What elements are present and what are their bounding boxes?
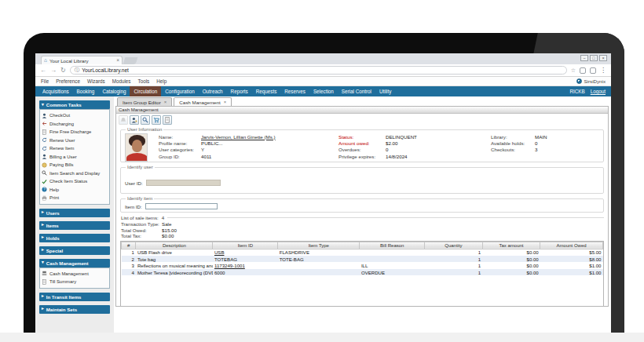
- cell-bill-reason: [360, 256, 425, 263]
- sidebar-item-renew-item[interactable]: Renew Item: [40, 144, 109, 153]
- chevron-right-icon: ▸: [42, 294, 44, 299]
- cell-description: Reflections on musical meaning and its r…: [136, 262, 213, 269]
- cell-item-id-link[interactable]: TOTEBAG: [213, 256, 278, 263]
- browser-action-icon[interactable]: [580, 67, 586, 74]
- sidebar-item-cash-management[interactable]: Cash Management: [40, 270, 109, 278]
- restore-button[interactable]: □: [590, 55, 598, 61]
- cell-item-id-link[interactable]: 1173249-1001: [213, 262, 278, 269]
- nav-item-circulation[interactable]: Circulation: [130, 86, 161, 96]
- app-menu-preference[interactable]: Preference: [56, 78, 80, 84]
- sidebar-item-renew-user[interactable]: Renew User: [40, 136, 109, 145]
- app-menu-file[interactable]: File: [41, 78, 49, 84]
- address-bar[interactable]: ⓘ YourLocalLibrary.net: [70, 66, 567, 75]
- close-button[interactable]: ×: [599, 55, 607, 61]
- new-tab-button[interactable]: [123, 57, 138, 64]
- column-header-amount-owed[interactable]: Amount Owed: [540, 242, 603, 249]
- nav-item-reports[interactable]: Reports: [227, 86, 252, 96]
- nav-item-reserves[interactable]: Reserves: [280, 86, 309, 96]
- sidebar-section-items[interactable]: ▸Items: [39, 221, 110, 230]
- column-header-num[interactable]: #: [122, 242, 136, 249]
- column-header-item-type[interactable]: Item Type: [278, 242, 360, 249]
- receipt-icon: [164, 117, 170, 123]
- logged-in-user: RICKB: [569, 89, 584, 94]
- sidebar-item-check-item-status[interactable]: Check Item Status: [40, 177, 109, 186]
- nav-item-cataloging[interactable]: Cataloging: [98, 86, 130, 96]
- minimize-button[interactable]: −: [580, 55, 588, 61]
- browser-tab[interactable]: ⌂ Your Local Library ×: [41, 56, 123, 64]
- nav-item-outreach[interactable]: Outreach: [199, 86, 227, 96]
- app-menu-help[interactable]: Help: [156, 78, 166, 84]
- tab-close-icon[interactable]: ×: [224, 100, 227, 104]
- column-header-tax-amount[interactable]: Tax amount: [482, 242, 540, 249]
- app-menu-tools[interactable]: Tools: [138, 78, 150, 84]
- user-key-button[interactable]: [130, 115, 139, 125]
- column-header-quantity[interactable]: Quantity: [425, 242, 483, 249]
- column-header-item-id[interactable]: Item ID: [213, 242, 278, 249]
- back-icon[interactable]: ←: [40, 67, 46, 74]
- table-row[interactable]: 4Mother Teresa [videorecording (DVD)] : …: [122, 269, 603, 276]
- field-value: 4011: [201, 154, 327, 159]
- tab-close-icon[interactable]: ×: [164, 100, 167, 104]
- user-icon: [42, 113, 47, 118]
- sidebar-section-cash-management[interactable]: ▾Cash Management: [39, 259, 110, 267]
- tab-item-group-editor[interactable]: Item Group Editor×: [117, 97, 172, 106]
- tab-cash-management[interactable]: Cash Management×: [174, 97, 232, 106]
- sidebar-item-paying-bills[interactable]: Paying Bills: [40, 161, 109, 169]
- user-name-link[interactable]: Jarvis-Vernon, Lillian Ginette (Ms.): [201, 134, 327, 140]
- nav-item-serial-control[interactable]: Serial Control: [338, 86, 375, 96]
- nav-item-configuration[interactable]: Configuration: [161, 86, 198, 96]
- sidebar-section-label: In Transit Items: [46, 294, 82, 300]
- table-row[interactable]: 1USB Flash driveUSBFLASHDRIVE1$0.00$5.00: [122, 249, 603, 256]
- nav-item-selection[interactable]: Selection: [309, 86, 338, 96]
- browser-action-icon[interactable]: [590, 67, 596, 74]
- sidebar-item-discharging[interactable]: Discharging: [40, 120, 109, 129]
- forward-icon[interactable]: →: [50, 67, 57, 74]
- sidebar-section-special[interactable]: ▸Special: [39, 246, 110, 255]
- sidebar-section-holds[interactable]: ▸Holds: [39, 234, 110, 242]
- sidebar-section-common-tasks[interactable]: ▾Common Tasks: [39, 100, 110, 109]
- column-header-bill-reason[interactable]: Bill Reason: [360, 242, 425, 249]
- sidebar-section-maintain-sets[interactable]: ▸Maintain Sets: [39, 305, 110, 314]
- summary-value: $15.00: [162, 227, 604, 234]
- sidebar-section-in-transit-items[interactable]: ▸In Transit Items: [39, 293, 110, 301]
- cell-tax-amount: $0.00: [482, 262, 540, 269]
- nav-item-utility[interactable]: Utility: [375, 86, 395, 96]
- sidebar-item-fine-free-discharge[interactable]: Fine Free Discharge: [40, 128, 109, 136]
- app-menu-wizards[interactable]: Wizards: [87, 78, 105, 84]
- bell-button[interactable]: [119, 115, 128, 125]
- sidebar-item-checkout[interactable]: CheckOut: [40, 111, 109, 120]
- reload-icon[interactable]: ↻: [60, 67, 66, 74]
- sidebar-item-label: Till Summary: [49, 279, 76, 284]
- field-label: Checkouts:: [491, 147, 535, 152]
- browser-menu-icon[interactable]: ⋮: [600, 67, 606, 74]
- cell-num: 1: [122, 249, 136, 256]
- bookmark-star-icon[interactable]: ☆: [571, 67, 576, 73]
- nav-item-requests[interactable]: Requests: [252, 86, 281, 96]
- cart-button[interactable]: [152, 115, 161, 125]
- site-info-icon[interactable]: ⓘ: [75, 67, 80, 73]
- column-header-description[interactable]: Description: [136, 242, 213, 249]
- receipt-button[interactable]: [163, 115, 172, 125]
- nav-item-acquisitions[interactable]: Acquisitions: [38, 86, 73, 96]
- field-label: Privilege expires:: [338, 154, 386, 159]
- user-id-input[interactable]: [146, 180, 221, 186]
- app-menu-modules[interactable]: Modules: [112, 78, 131, 84]
- chevron-right-icon: ▸: [42, 210, 44, 215]
- cell-amount-owed: $1.00: [540, 262, 603, 269]
- cell-item-id-link[interactable]: USB: [213, 249, 278, 256]
- sidebar-item-item-search-and-display[interactable]: Item Search and Display: [40, 169, 109, 178]
- nav-item-booking[interactable]: Booking: [73, 86, 99, 96]
- sidebar-item-till-summary[interactable]: Till Summary: [40, 278, 109, 286]
- sidebar-item-print[interactable]: Print: [40, 194, 109, 202]
- table-row[interactable]: 2Tote bagTOTEBAGTOTE-BAG1$0.00$8.00: [122, 256, 603, 263]
- tab-close-icon[interactable]: ×: [116, 58, 119, 64]
- table-row[interactable]: 3Reflections on musical meaning and its …: [122, 262, 603, 269]
- logout-link[interactable]: Logout: [591, 89, 606, 94]
- sidebar-item-help[interactable]: ?Help: [40, 186, 109, 195]
- sidebar-item-billing-a-user[interactable]: Billing a User: [40, 153, 109, 162]
- cell-item-id-link[interactable]: 6000: [213, 269, 278, 276]
- search-icon: [42, 170, 47, 176]
- sidebar-section-users[interactable]: ▸Users: [39, 209, 110, 217]
- item-id-input[interactable]: [145, 203, 218, 209]
- item-search-button[interactable]: [141, 115, 150, 125]
